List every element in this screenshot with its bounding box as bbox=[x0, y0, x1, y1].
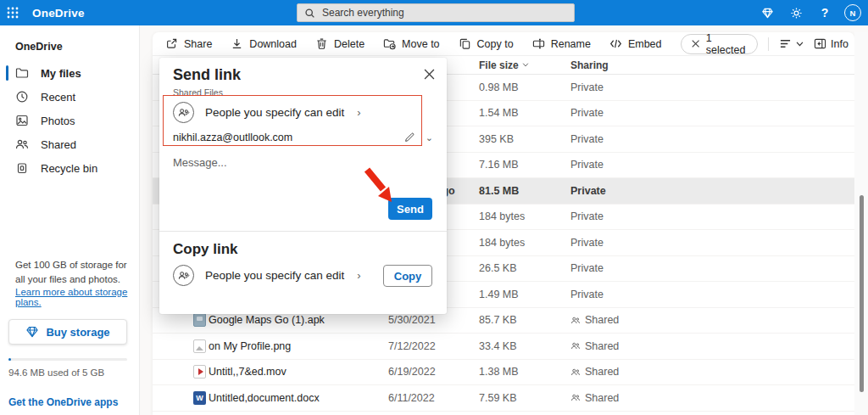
column-header-sharing[interactable]: Sharing bbox=[570, 59, 854, 71]
file-size-cell: 7.59 KB bbox=[479, 392, 570, 404]
file-name-cell[interactable]: on My Profile.png bbox=[209, 340, 388, 352]
sharing-cell[interactable]: Private bbox=[570, 210, 854, 222]
close-icon[interactable] bbox=[692, 39, 699, 48]
file-size-cell: 1.38 MB bbox=[479, 366, 570, 378]
download-icon bbox=[231, 37, 243, 50]
embed-icon bbox=[609, 37, 622, 50]
rename-button[interactable]: Rename bbox=[532, 37, 591, 50]
file-size-cell: 395 KB bbox=[479, 133, 570, 145]
people-edit-icon bbox=[173, 102, 194, 123]
file-name-cell[interactable]: Google Maps Go (1).apk bbox=[209, 314, 388, 326]
delete-button[interactable]: Delete bbox=[315, 37, 364, 50]
file-size-cell: 1.54 MB bbox=[479, 107, 570, 119]
selected-indicator bbox=[6, 65, 8, 81]
selection-pill[interactable]: 1 selected bbox=[681, 34, 759, 54]
shared-people-icon bbox=[570, 316, 581, 325]
command-label: Rename bbox=[551, 38, 591, 50]
file-size-cell: 1.49 MB bbox=[479, 289, 570, 300]
copy-link-title: Copy link bbox=[173, 241, 238, 258]
rename-icon bbox=[532, 37, 545, 50]
view-options-button[interactable] bbox=[779, 38, 804, 49]
get-onedrive-apps-link[interactable]: Get the OneDrive apps bbox=[8, 396, 131, 408]
download-button[interactable]: Download bbox=[231, 37, 297, 50]
copy-to-button[interactable]: Copy to bbox=[459, 37, 514, 50]
sharing-cell[interactable]: Shared bbox=[570, 366, 854, 378]
storage-section: Get 100 GB of storage for all your files… bbox=[0, 258, 140, 415]
sharing-cell[interactable]: Private bbox=[570, 81, 854, 93]
edit-pencil-icon[interactable] bbox=[403, 132, 415, 143]
share-button[interactable]: Share bbox=[165, 37, 212, 50]
sidebar-item-my-files[interactable]: My files bbox=[0, 61, 139, 85]
copy-button[interactable]: Copy bbox=[383, 265, 432, 287]
sharing-status-label: Private bbox=[570, 81, 604, 93]
sharing-cell[interactable]: Shared bbox=[570, 340, 854, 352]
modified-cell: 6/11/2022 bbox=[388, 392, 479, 404]
copy-to-icon bbox=[459, 37, 471, 50]
file-size-cell: 7.16 MB bbox=[479, 159, 570, 171]
file-size-cell: 0.98 MB bbox=[479, 81, 570, 93]
sharing-status-label: Private bbox=[570, 210, 604, 222]
sharing-cell[interactable]: Shared bbox=[570, 314, 854, 326]
settings-gear-icon[interactable] bbox=[787, 3, 805, 22]
copy-link-permission-selector[interactable]: People you specify can edit › bbox=[173, 265, 361, 286]
app-title: OneDrive bbox=[32, 7, 85, 20]
premium-diamond-icon[interactable] bbox=[758, 3, 776, 22]
file-size-cell: 184 bytes bbox=[479, 237, 570, 249]
recycle-bin-icon bbox=[15, 161, 29, 175]
account-avatar[interactable]: N bbox=[844, 4, 861, 21]
delete-icon bbox=[315, 37, 328, 50]
sharing-cell[interactable]: Private bbox=[570, 289, 854, 300]
sidebar-item-photos[interactable]: Photos bbox=[0, 109, 139, 132]
apk-file-icon bbox=[193, 313, 209, 327]
app-launcher-icon[interactable] bbox=[0, 0, 25, 25]
link-permission-selector[interactable]: People you specify can edit › bbox=[173, 102, 361, 123]
file-name-cell[interactable]: Untitl,,7&ed.mov bbox=[209, 366, 388, 378]
chevron-down-icon bbox=[522, 63, 529, 67]
recipient-field[interactable]: nikhil.azza@outllook.com ⌄ bbox=[173, 129, 433, 146]
table-row[interactable]: Untitl,,7&ed.mov6/19/20221.38 MBShared bbox=[153, 360, 854, 386]
file-name-cell[interactable]: Untitled,document.docx bbox=[209, 392, 388, 404]
sharing-cell[interactable]: Private bbox=[570, 159, 854, 171]
chevron-down-icon[interactable]: ⌄ bbox=[426, 132, 433, 143]
premium-diamond-icon bbox=[25, 325, 39, 339]
sharing-status-label: Shared bbox=[585, 366, 619, 378]
table-row[interactable]: on My Profile.png7/12/202233.4 KBShared bbox=[153, 334, 854, 360]
table-row[interactable]: WUntitled,document.docx6/11/20227.59 KBS… bbox=[153, 385, 854, 412]
left-navigation: OneDrive My filesRecentPhotosSharedRecyc… bbox=[0, 25, 140, 415]
vertical-scrollbar-thumb[interactable] bbox=[860, 195, 864, 392]
embed-button[interactable]: Embed bbox=[609, 37, 662, 50]
sharing-status-label: Shared bbox=[585, 340, 619, 352]
sharing-status-label: Shared bbox=[585, 314, 619, 326]
dialog-subtitle: Shared Files bbox=[173, 87, 223, 98]
command-label: Move to bbox=[402, 38, 439, 50]
search-input[interactable]: Search everything bbox=[297, 3, 575, 22]
sidebar-item-shared[interactable]: Shared bbox=[0, 132, 139, 156]
sharing-cell[interactable]: Private bbox=[570, 185, 854, 197]
file-size-cell: 184 bytes bbox=[479, 210, 570, 222]
shared-people-icon bbox=[570, 341, 581, 351]
docx-file-icon: W bbox=[193, 391, 209, 405]
column-header-file-size[interactable]: File size bbox=[479, 59, 570, 71]
close-icon[interactable] bbox=[421, 66, 437, 81]
sidebar-item-label: Photos bbox=[41, 115, 75, 127]
send-button[interactable]: Send bbox=[388, 198, 432, 220]
sharing-cell[interactable]: Private bbox=[570, 133, 854, 145]
shared-people-icon bbox=[570, 393, 581, 402]
sharing-cell[interactable]: Private bbox=[570, 107, 854, 119]
recipient-email: nikhil.azza@outllook.com bbox=[173, 132, 403, 143]
sharing-cell[interactable]: Private bbox=[570, 237, 854, 249]
clock-icon bbox=[15, 90, 29, 104]
buy-storage-button[interactable]: Buy storage bbox=[8, 319, 127, 345]
info-pane-button[interactable]: Info bbox=[814, 38, 849, 50]
sidebar-item-recent[interactable]: Recent bbox=[0, 85, 139, 109]
storage-plans-link[interactable]: Learn more about storage plans. bbox=[15, 287, 131, 307]
sharing-cell[interactable]: Private bbox=[570, 262, 854, 274]
sidebar-item-recycle-bin[interactable]: Recycle bin bbox=[0, 156, 139, 180]
message-input[interactable]: Message... bbox=[173, 156, 227, 169]
sharing-cell[interactable]: Shared bbox=[570, 392, 854, 404]
dialog-title: Send link bbox=[173, 66, 241, 84]
mov-file-icon bbox=[193, 365, 209, 379]
sharing-status-label: Private bbox=[570, 262, 604, 274]
move-to-button[interactable]: Move to bbox=[383, 37, 439, 50]
help-icon[interactable]: ? bbox=[815, 3, 834, 22]
